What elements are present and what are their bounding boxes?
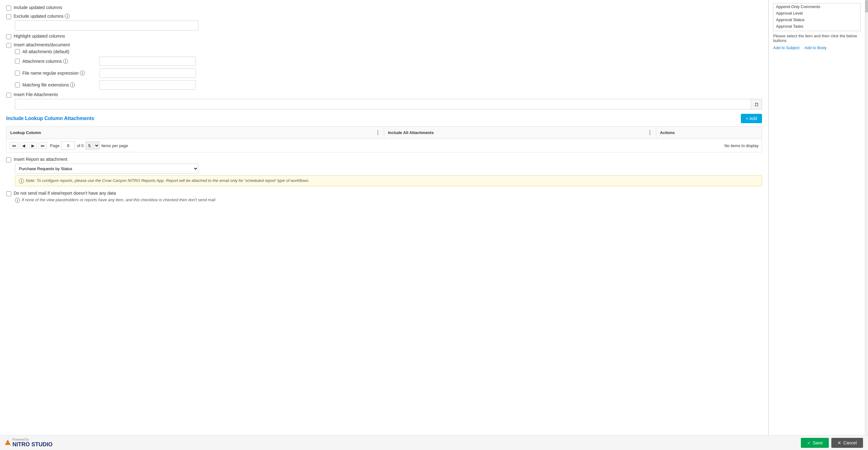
add-to-body-button[interactable]: Add to Body [805, 46, 827, 50]
file-browse-icon: 🗋 [754, 102, 759, 107]
dropdown-item-approval-worklog[interactable]: Approval Worklog [774, 30, 860, 31]
file-name-regex-info-icon: i [80, 70, 85, 76]
first-page-button[interactable]: ⏮ [10, 143, 18, 149]
include-all-col-dots-icon[interactable]: ⋮ [647, 130, 652, 136]
dropdown-item-approval-level[interactable]: Approval Level [774, 10, 860, 17]
col-header-actions: Actions [656, 126, 762, 139]
lookup-table: Lookup Column ⋮ Include All Attachments … [6, 126, 762, 152]
matching-file-ext-info-icon: i [70, 82, 75, 87]
report-note-box: i Note: To configure reports, please use… [15, 175, 762, 186]
insert-attachments-label: Insert attachments/document [14, 42, 70, 47]
items-per-page-select[interactable]: 5 10 25 [86, 142, 99, 150]
no-send-mail-note-text: If none of the view placeholders or repo… [22, 198, 215, 203]
insert-report-label: Insert Report as attachment [14, 157, 67, 162]
dropdown-item-append-comments[interactable]: Append-Only Comments [774, 3, 860, 10]
report-note-text: Note: To configure reports, please use t… [26, 178, 309, 183]
right-panel-scrollbar-thumb[interactable] [865, 0, 868, 12]
exclude-updated-columns-info-icon: i [65, 14, 70, 19]
file-name-regex-row: File name regular expression i [15, 68, 762, 78]
matching-file-ext-row: Matching file extensions i [15, 80, 762, 90]
add-to-subject-button[interactable]: Add to Subject [773, 46, 800, 50]
last-page-button[interactable]: ⏭ [38, 143, 47, 149]
next-page-button[interactable]: ▶ [29, 143, 37, 149]
all-attachments-checkbox[interactable] [15, 49, 20, 54]
file-attach-input-row: 🗋 [15, 99, 762, 110]
attachment-options: All attachments (default) Attachment col… [15, 49, 762, 90]
insert-report-checkbox[interactable] [6, 157, 11, 162]
of-pages-label: of 0 [77, 143, 84, 148]
highlight-updated-columns-checkbox[interactable] [6, 34, 11, 39]
report-select-row: Purchase Requests by Status [15, 163, 762, 174]
lookup-header: Include Lookup Column Attachments + Add [6, 114, 762, 123]
attachment-columns-row: Attachment columns i [15, 57, 762, 66]
include-updated-columns-row: Include updated columns [6, 5, 762, 10]
lookup-title: Include Lookup Column Attachments [6, 116, 94, 121]
col-header-lookup-column: Lookup Column ⋮ [6, 126, 384, 139]
no-send-mail-label: Do not send mail if view/report doesn't … [14, 191, 116, 196]
insert-attachments-checkbox[interactable] [6, 43, 11, 48]
all-attachments-label: All attachments (default) [22, 49, 97, 54]
insert-file-attachments-checkbox[interactable] [6, 93, 11, 98]
cancel-button[interactable]: ✕ Cancel [831, 438, 863, 448]
attachment-columns-checkbox[interactable] [15, 59, 20, 64]
bottom-bar: Powered by NITRO STUDIO ✓ Save ✕ Cancel [0, 435, 868, 450]
file-name-regex-label: File name regular expression i [22, 70, 97, 76]
dropdown-item-approval-tasks[interactable]: Approval Tasks [774, 23, 860, 30]
no-send-mail-checkbox[interactable] [6, 191, 11, 196]
save-button[interactable]: ✓ Save [801, 438, 829, 448]
cancel-x-icon: ✕ [838, 440, 841, 445]
page-label: Page [50, 143, 59, 148]
matching-file-ext-label: Matching file extensions i [22, 82, 97, 87]
insert-file-attachments-label: Insert File Attachments [14, 92, 58, 97]
exclude-updated-columns-input[interactable] [15, 21, 198, 30]
prev-page-button[interactable]: ◀ [20, 143, 27, 149]
attachment-columns-info-icon: i [63, 59, 68, 64]
file-browse-button[interactable]: 🗋 [751, 99, 762, 110]
insert-file-attachments-row: Insert File Attachments [6, 92, 762, 98]
lookup-col-dots-icon[interactable]: ⋮ [375, 130, 380, 136]
matching-file-ext-checkbox[interactable] [15, 82, 20, 87]
brand-name: NITRO STUDIO [12, 441, 53, 448]
items-per-page-label: items per page [101, 143, 128, 148]
report-note-info-icon: i [19, 179, 24, 183]
pagination-cell: ⏮ ◀ ▶ ⏭ Page of 0 5 10 25 [6, 139, 762, 152]
exclude-updated-columns-row: Exclude updated columns i [6, 14, 762, 19]
no-send-mail-note: i If none of the view placeholders or re… [15, 198, 762, 203]
insert-report-row: Insert Report as attachment [6, 157, 762, 162]
file-name-regex-checkbox[interactable] [15, 70, 20, 76]
report-select[interactable]: Purchase Requests by Status [15, 163, 198, 174]
dropdown-item-approval-status[interactable]: Approval Status [774, 17, 860, 23]
right-panel-help-text: Please select the item and then click th… [773, 34, 861, 43]
insert-attachments-row: Insert attachments/document [6, 42, 762, 48]
powered-by-text: Powered by [12, 438, 53, 441]
nitro-logo-icon [5, 440, 10, 446]
highlight-updated-columns-label: Highlight updated columns [14, 34, 65, 38]
include-updated-columns-label: Include updated columns [14, 5, 62, 10]
nitro-logo: Powered by NITRO STUDIO [5, 438, 53, 448]
include-updated-columns-checkbox[interactable] [6, 6, 11, 10]
right-panel: Append-Only Comments Approval Level Appr… [769, 0, 865, 435]
highlight-updated-columns-row: Highlight updated columns [6, 34, 762, 39]
no-send-mail-info-icon: i [15, 198, 20, 203]
attachment-columns-label: Attachment columns i [22, 59, 97, 64]
lookup-add-button[interactable]: + Add [741, 114, 762, 123]
right-panel-scrollbar[interactable] [865, 0, 868, 435]
matching-file-ext-input[interactable] [99, 80, 196, 90]
attachment-columns-input[interactable] [99, 57, 196, 66]
bottom-actions: ✓ Save ✕ Cancel [801, 438, 863, 448]
pagination-row: ⏮ ◀ ▶ ⏭ Page of 0 5 10 25 [6, 139, 762, 152]
right-side-container: Append-Only Comments Approval Level Appr… [769, 0, 868, 435]
col-header-include-all: Include All Attachments ⋮ [384, 126, 656, 139]
no-send-mail-row: Do not send mail if view/report doesn't … [6, 191, 762, 196]
save-checkmark-icon: ✓ [807, 440, 811, 445]
all-attachments-row: All attachments (default) [15, 49, 762, 54]
page-number-input[interactable] [61, 142, 75, 150]
exclude-updated-columns-label: Exclude updated columns i [14, 14, 70, 19]
right-panel-links: Add to Subject Add to Body [773, 46, 861, 50]
left-panel: Include updated columns Exclude updated … [0, 0, 769, 435]
exclude-updated-columns-checkbox[interactable] [6, 14, 11, 19]
file-attach-input[interactable] [15, 99, 751, 110]
file-name-regex-input[interactable] [99, 68, 196, 78]
no-items-text: No items to display [724, 143, 758, 148]
field-dropdown-list[interactable]: Append-Only Comments Approval Level Appr… [773, 3, 861, 31]
